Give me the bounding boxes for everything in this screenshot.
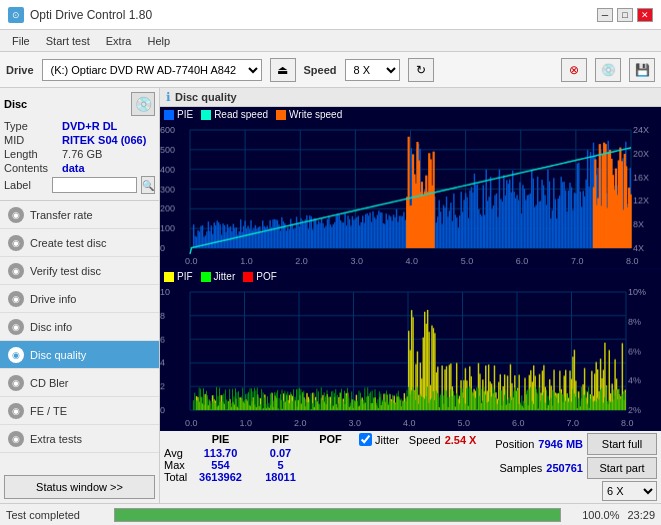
avg-pie: 113.70 xyxy=(188,447,253,459)
sidebar: Disc 💿 Type DVD+R DL MID RITEK S04 (066)… xyxy=(0,88,160,503)
speed-select-row: 6 X 4 X 8 X xyxy=(602,481,657,501)
minimize-button[interactable]: ─ xyxy=(597,8,613,22)
pie-chart-canvas xyxy=(160,122,661,268)
total-pif: 18011 xyxy=(253,471,308,483)
pof-legend-color xyxy=(243,272,253,282)
menubar: File Start test Extra Help xyxy=(0,30,661,52)
sidebar-item-disc-info[interactable]: ◉ Disc info xyxy=(0,313,159,341)
stats-panel: PIE PIF POF Jitter Speed 2.54 X xyxy=(160,431,661,503)
drive-label: Drive xyxy=(6,64,34,76)
status-text: Test completed xyxy=(6,509,106,521)
max-pif: 5 xyxy=(253,459,308,471)
sidebar-item-extra-tests[interactable]: ◉ Extra tests xyxy=(0,425,159,453)
samples-row: Samples 250761 Start part xyxy=(499,457,657,479)
status-time: 23:29 xyxy=(627,509,655,521)
maximize-button[interactable]: □ xyxy=(617,8,633,22)
sidebar-item-transfer-rate[interactable]: ◉ Transfer rate xyxy=(0,201,159,229)
sidebar-item-create-test-disc[interactable]: ◉ Create test disc xyxy=(0,229,159,257)
close-button[interactable]: ✕ xyxy=(637,8,653,22)
extra-tests-icon: ◉ xyxy=(8,431,24,447)
sidebar-item-verify-test-disc[interactable]: ◉ Verify test disc xyxy=(0,257,159,285)
disc-quality-header: ℹ Disc quality xyxy=(160,88,661,107)
start-full-button[interactable]: Start full xyxy=(587,433,657,455)
test-speed-select[interactable]: 6 X 4 X 8 X xyxy=(602,481,657,501)
main-content: Disc 💿 Type DVD+R DL MID RITEK S04 (066)… xyxy=(0,88,661,503)
drive-info-icon: ◉ xyxy=(8,291,24,307)
max-label: Max xyxy=(164,459,188,471)
write-speed-legend-color xyxy=(276,110,286,120)
stats-table: PIE PIF POF Jitter Speed 2.54 X xyxy=(164,433,491,501)
app-icon: ⊙ xyxy=(8,7,24,23)
pof-col-header: POF xyxy=(308,433,353,446)
menu-file[interactable]: File xyxy=(4,33,38,49)
samples-value: 250761 xyxy=(546,462,583,474)
sidebar-item-drive-info[interactable]: ◉ Drive info xyxy=(0,285,159,313)
status-window-button[interactable]: Status window >> xyxy=(4,475,155,499)
contents-value: data xyxy=(62,162,85,174)
drive-info-label: Drive info xyxy=(30,293,76,305)
start-part-button[interactable]: Start part xyxy=(587,457,657,479)
speed-label: Speed xyxy=(304,64,337,76)
position-label: Position xyxy=(495,438,534,450)
titlebar: ⊙ Opti Drive Control 1.80 ─ □ ✕ xyxy=(0,0,661,30)
eject-button[interactable]: ⏏ xyxy=(270,58,296,82)
disc-section-title: Disc xyxy=(4,98,27,110)
cd-bler-icon: ◉ xyxy=(8,375,24,391)
avg-label: Avg xyxy=(164,447,188,459)
total-label: Total xyxy=(164,471,188,483)
jitter-checkbox[interactable] xyxy=(359,433,372,446)
position-row: Position 7946 MB Start full xyxy=(495,433,657,455)
jitter-legend-color xyxy=(201,272,211,282)
disc-icon-button[interactable]: 💿 xyxy=(131,92,155,116)
transfer-rate-icon: ◉ xyxy=(8,207,24,223)
save-button[interactable]: 💾 xyxy=(629,58,655,82)
pif-legend-color xyxy=(164,272,174,282)
extra-tests-label: Extra tests xyxy=(30,433,82,445)
contents-label: Contents xyxy=(4,162,62,174)
jitter-checkbox-row: Jitter xyxy=(359,433,399,446)
right-panel: ℹ Disc quality PIE Read speed xyxy=(160,88,661,503)
speed-stat-label: Speed xyxy=(409,434,441,446)
pif-col-header: PIF xyxy=(253,433,308,446)
jitter-check-label: Jitter xyxy=(375,434,399,446)
menu-help[interactable]: Help xyxy=(139,33,178,49)
disc-quality-label: Disc quality xyxy=(30,349,86,361)
max-pie: 554 xyxy=(188,459,253,471)
verify-test-disc-icon: ◉ xyxy=(8,263,24,279)
status-percent: 100.0% xyxy=(569,509,619,521)
disc-quality-title: Disc quality xyxy=(175,91,237,103)
mid-value: RITEK S04 (066) xyxy=(62,134,146,146)
pie-legend-color xyxy=(164,110,174,120)
burn-button[interactable]: 💿 xyxy=(595,58,621,82)
erase-button[interactable]: ⊗ xyxy=(561,58,587,82)
chart-bottom: PIF Jitter POF xyxy=(160,269,661,431)
toolbar: Drive (K:) Optiarc DVD RW AD-7740H A842 … xyxy=(0,52,661,88)
label-search-button[interactable]: 🔍 xyxy=(141,176,155,194)
sidebar-item-fe-te[interactable]: ◉ FE / TE xyxy=(0,397,159,425)
menu-start-test[interactable]: Start test xyxy=(38,33,98,49)
progress-bar-fill xyxy=(115,509,560,521)
total-pie: 3613962 xyxy=(188,471,253,483)
avg-pif: 0.07 xyxy=(253,447,308,459)
menu-extra[interactable]: Extra xyxy=(98,33,140,49)
mid-label: MID xyxy=(4,134,62,146)
disc-info-label: Disc info xyxy=(30,321,72,333)
refresh-button[interactable]: ↻ xyxy=(408,58,434,82)
charts-area: PIE Read speed Write speed xyxy=(160,107,661,431)
drive-select[interactable]: (K:) Optiarc DVD RW AD-7740H A842 xyxy=(42,59,262,81)
jitter-legend-label: Jitter xyxy=(214,271,236,282)
speed-select[interactable]: 8 X 2 X 4 X 6 X 12 X 16 X xyxy=(345,59,400,81)
create-test-disc-icon: ◉ xyxy=(8,235,24,251)
pof-legend-label: POF xyxy=(256,271,277,282)
sidebar-item-disc-quality[interactable]: ◉ Disc quality xyxy=(0,341,159,369)
read-speed-legend-label: Read speed xyxy=(214,109,268,120)
write-speed-legend-label: Write speed xyxy=(289,109,342,120)
samples-label: Samples xyxy=(499,462,542,474)
disc-label-input[interactable] xyxy=(52,177,137,193)
type-label: Type xyxy=(4,120,62,132)
pie-col-header: PIE xyxy=(188,433,253,446)
sidebar-item-cd-bler[interactable]: ◉ CD Bler xyxy=(0,369,159,397)
nav-items: ◉ Transfer rate ◉ Create test disc ◉ Ver… xyxy=(0,201,159,453)
pif-chart-canvas xyxy=(160,284,661,430)
length-value: 7.76 GB xyxy=(62,148,102,160)
